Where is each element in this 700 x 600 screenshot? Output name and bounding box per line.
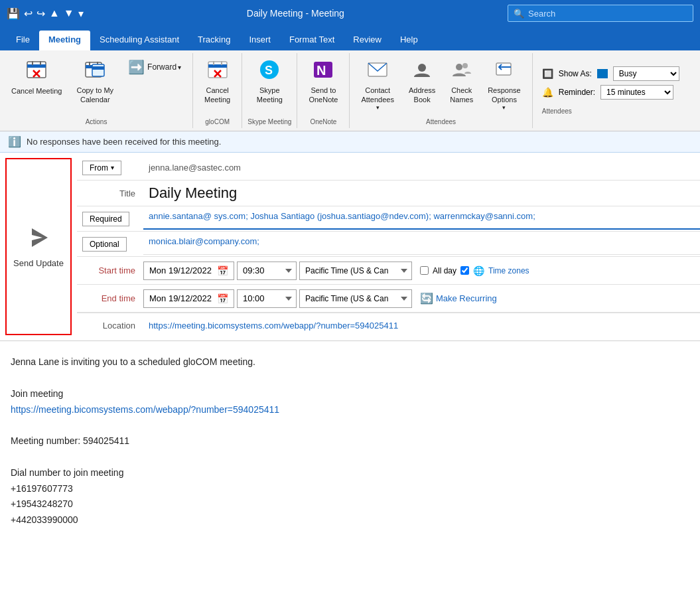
end-date-value: Mon 19/12/2022	[149, 293, 212, 303]
end-time-select[interactable]: 10:00 10:30 11:00 09:30	[237, 289, 297, 308]
location-row: Location https://meeting.bicomsystems.co…	[77, 313, 700, 338]
start-time-select[interactable]: 09:30 09:00 10:00 10:30	[237, 262, 297, 280]
location-value: https://meeting.bicomsystems.com/webapp/…	[143, 318, 700, 333]
required-row: Required annie.santana@ sys.com; Joshua …	[77, 206, 700, 232]
cancel-meeting-button[interactable]: Cancel Meeting	[5, 56, 68, 99]
required-label-btn: Required	[77, 212, 143, 226]
move-up-icon[interactable]: ▲	[49, 7, 60, 19]
from-value: jenna.lane@sastec.com	[143, 160, 700, 175]
svg-rect-0	[27, 62, 46, 78]
more-icon[interactable]: ▾	[78, 7, 84, 20]
skype-label: SkypeMeeting	[257, 86, 283, 105]
timezones-globe-icon: 🌐	[473, 265, 484, 276]
optional-attendees: monica.blair@company.com;	[149, 236, 259, 246]
ribbon-group-options: 🔲 Show As: Busy Free Tentative Out of Of…	[533, 53, 689, 128]
show-as-label: Show As:	[559, 69, 592, 78]
tab-tracking[interactable]: Tracking	[188, 31, 240, 50]
svg-rect-1	[27, 64, 46, 68]
timezones-checkbox[interactable]	[460, 266, 469, 275]
svg-text:S: S	[265, 64, 273, 77]
required-button[interactable]: Required	[82, 212, 129, 226]
forward-label: Forward	[147, 62, 176, 72]
body-phone3: +442033990000	[11, 512, 689, 528]
tab-insert[interactable]: Insert	[240, 31, 280, 50]
undo-icon[interactable]: ↩	[24, 7, 33, 20]
allday-checkbox[interactable]	[420, 266, 429, 275]
end-timezone-select[interactable]: Pacific Time (US & Can Eastern Time UTC	[299, 289, 412, 308]
tab-file[interactable]: File	[7, 31, 39, 50]
from-button[interactable]: From ▾	[82, 161, 121, 175]
start-date-value: Mon 19/12/2022	[149, 265, 212, 275]
end-date-input[interactable]: Mon 19/12/2022 📅	[143, 289, 234, 308]
optional-label-btn: Optional	[77, 237, 143, 252]
forward-button[interactable]: ➡️ Forward ▾	[122, 56, 187, 78]
search-box[interactable]: 🔍 Search	[508, 5, 693, 22]
copy-calendar-label: Copy to MyCalendar	[76, 86, 113, 105]
ribbon-group-glocom: CancelMeeting gloCOM	[193, 53, 242, 128]
svg-rect-12	[208, 62, 227, 78]
body-join-link[interactable]: https://meeting.bicomsystems.com/webapp/…	[11, 404, 279, 415]
start-date-cal-icon[interactable]: 📅	[217, 265, 228, 276]
body-phone1: +16197607773	[11, 481, 689, 497]
send-to-onenote-button[interactable]: N Send toOneNote	[303, 56, 344, 108]
ribbon-group-onenote: N Send toOneNote OneNote	[297, 53, 350, 128]
cancel-meeting-icon	[26, 59, 47, 85]
contact-attendees-dropdown: ▾	[376, 104, 380, 111]
start-time-row: Start time Mon 19/12/2022 📅 09:30 09:00 …	[77, 257, 700, 285]
show-as-icon: 🔲	[542, 68, 553, 79]
from-row: From ▾ jenna.lane@sastec.com	[77, 155, 700, 181]
start-date-input[interactable]: Mon 19/12/2022 📅	[143, 262, 234, 280]
search-placeholder: Search	[528, 9, 555, 19]
show-as-row: 🔲 Show As: Busy Free Tentative Out of Of…	[542, 66, 679, 81]
send-update-button[interactable]: Send Update	[5, 158, 72, 335]
title-label: Title	[77, 188, 143, 198]
svg-rect-26	[496, 63, 511, 75]
move-down-icon[interactable]: ▼	[64, 7, 74, 19]
optional-button[interactable]: Optional	[82, 237, 127, 252]
optional-field[interactable]: monica.blair@company.com;	[143, 234, 700, 255]
glocom-calendar-icon	[207, 59, 228, 84]
body-area: Jenna Lane is inviting you to a schedule…	[0, 341, 700, 542]
response-options-label: ResponseOptions	[488, 86, 521, 105]
tab-help[interactable]: Help	[391, 31, 427, 50]
end-time-label: End time	[77, 293, 143, 303]
title-value[interactable]: Daily Meeting	[143, 181, 700, 206]
info-bar: ℹ️ No responses have been received for t…	[0, 131, 700, 153]
copy-to-calendar-button[interactable]: Copy to MyCalendar	[70, 56, 119, 108]
contact-attendees-button[interactable]: ContactAttendees ▾	[355, 56, 400, 114]
onenote-group-label: OneNote	[310, 115, 336, 125]
body-dial-label: Dial number to join meeting	[11, 465, 689, 481]
svg-rect-10	[92, 64, 104, 76]
tab-format[interactable]: Format Text	[280, 31, 344, 50]
end-date-cal-icon[interactable]: 📅	[217, 293, 228, 304]
make-recurring-label: Make Recurring	[436, 293, 497, 303]
allday-label[interactable]: All day	[433, 266, 456, 275]
glocom-group-label: gloCOM	[205, 115, 230, 125]
reminder-select[interactable]: 15 minutes 5 minutes 30 minutes 1 hour	[600, 85, 673, 100]
cancel-meeting-glocom-button[interactable]: CancelMeeting	[198, 56, 236, 108]
reminder-icon: 🔔	[542, 87, 553, 98]
save-icon[interactable]: 💾	[7, 7, 20, 20]
redo-icon[interactable]: ↪	[36, 7, 45, 20]
required-field[interactable]: annie.santana@ sys.com; Joshua Santiago …	[143, 208, 700, 230]
check-names-button[interactable]: CheckNames	[444, 56, 479, 108]
info-message: No responses have been received for this…	[27, 137, 221, 147]
search-icon: 🔍	[514, 9, 524, 19]
skype-meeting-button[interactable]: S SkypeMeeting	[251, 56, 289, 108]
actions-buttons: Cancel Meeting Copy to MyCalendar ➡️ For…	[5, 56, 187, 108]
tab-scheduling[interactable]: Scheduling Assistant	[90, 31, 188, 50]
make-recurring-button[interactable]: 🔄 Make Recurring	[420, 292, 497, 305]
ribbon-group-actions: Cancel Meeting Copy to MyCalendar ➡️ For…	[0, 53, 193, 128]
contact-attendees-label: ContactAttendees	[361, 86, 394, 105]
send-update-label: Send Update	[13, 258, 64, 268]
show-as-select[interactable]: Busy Free Tentative Out of Office	[613, 66, 679, 81]
response-options-button[interactable]: ResponseOptions ▾	[482, 56, 527, 114]
address-book-button[interactable]: AddressBook	[403, 56, 441, 108]
tab-meeting[interactable]: Meeting	[39, 31, 90, 50]
tab-review[interactable]: Review	[344, 31, 391, 50]
attendees-group-label: Attendees	[426, 115, 456, 125]
glocom-buttons: CancelMeeting	[198, 56, 236, 108]
timezones-label[interactable]: Time zones	[488, 266, 529, 275]
info-icon: ℹ️	[8, 135, 21, 148]
start-timezone-select[interactable]: Pacific Time (US & Can Eastern Time UTC	[299, 262, 412, 280]
